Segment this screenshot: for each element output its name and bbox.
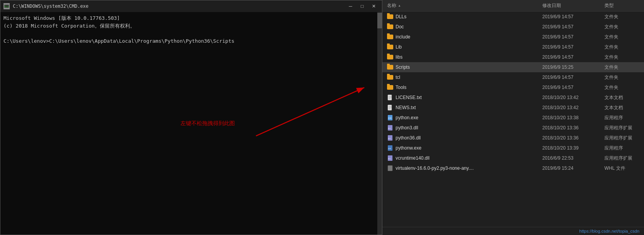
file-type: 文件夹 bbox=[604, 54, 639, 61]
cmd-titlebar: C:\ C:\WINDOWS\system32\CMD.exe ─ □ ✕ bbox=[0, 0, 382, 12]
file-date: 2018/10/20 13:36 bbox=[542, 125, 604, 131]
whl-icon bbox=[387, 165, 393, 171]
file-row[interactable]: DLLs2019/6/9 14:57文件夹 bbox=[382, 12, 644, 22]
file-type: 应用程序扩展 bbox=[604, 155, 639, 162]
file-type: 文件夹 bbox=[604, 64, 639, 71]
file-type: 文件夹 bbox=[604, 34, 639, 40]
file-date: 2019/6/9 14:57 bbox=[542, 75, 604, 80]
file-name: vcruntime140.dll bbox=[396, 155, 542, 161]
file-row[interactable]: libs2019/6/9 14:57文件夹 bbox=[382, 52, 644, 62]
folder-icon bbox=[387, 74, 393, 80]
file-type: 应用程序 bbox=[604, 145, 639, 151]
folder-icon bbox=[387, 24, 393, 30]
file-name: Lib bbox=[396, 44, 542, 50]
close-button[interactable]: ✕ bbox=[369, 2, 379, 10]
file-list[interactable]: DLLs2019/6/9 14:57文件夹Doc2019/6/9 14:57文件… bbox=[382, 12, 644, 227]
file-row[interactable]: Lib2019/6/9 14:57文件夹 bbox=[382, 42, 644, 52]
cmd-line-4: C:\Users\lenov>C:\Users\lenov\AppData\Lo… bbox=[3, 37, 379, 45]
file-type: 文件夹 bbox=[604, 84, 639, 91]
file-type: 文本文档 bbox=[604, 94, 639, 101]
file-row[interactable]: Tools2019/6/9 14:57文件夹 bbox=[382, 82, 644, 92]
svg-text:DLL: DLL bbox=[388, 158, 391, 160]
file-name: virtualenv-16.6.0-py2.py3-none-any.... bbox=[396, 165, 542, 171]
file-row[interactable]: DLLpython3.dll2018/10/20 13:36应用程序扩展 bbox=[382, 123, 644, 133]
dll-icon: DLL bbox=[387, 135, 393, 141]
file-date: 2019/6/9 14:57 bbox=[542, 85, 604, 90]
file-type: 应用程序扩展 bbox=[604, 135, 639, 141]
file-row[interactable]: Scripts2019/6/9 15:25文件夹 bbox=[382, 62, 644, 72]
file-date: 2019/6/9 14:57 bbox=[542, 34, 604, 40]
file-type: 文本文档 bbox=[604, 104, 639, 111]
file-row[interactable]: EXEpythonw.exe2018/10/20 13:39应用程序 bbox=[382, 143, 644, 153]
cmd-controls: ─ □ ✕ bbox=[345, 2, 379, 10]
file-header: 名称 ▲ 修改日期 类型 bbox=[382, 0, 644, 12]
file-date: 2019/6/9 14:57 bbox=[542, 24, 604, 30]
file-panel: 名称 ▲ 修改日期 类型 DLLs2019/6/9 14:57文件夹Doc201… bbox=[382, 0, 644, 235]
exe2-icon: EXE bbox=[387, 145, 393, 151]
cmd-app-icon: C:\ bbox=[3, 3, 10, 9]
txt-icon bbox=[387, 104, 393, 111]
file-name: python36.dll bbox=[396, 135, 542, 141]
folder-icon bbox=[387, 84, 393, 91]
file-row[interactable]: DLLvcruntime140.dll2016/6/9 22:53应用程序扩展 bbox=[382, 153, 644, 163]
col-type: 类型 bbox=[604, 2, 639, 9]
file-type: 文件夹 bbox=[604, 14, 639, 20]
cmd-body: Microsoft Windows [版本 10.0.17763.503] (c… bbox=[0, 12, 382, 235]
dll-icon: DLL bbox=[387, 155, 393, 161]
file-name: NEWS.txt bbox=[396, 105, 542, 110]
file-date: 2019/6/9 15:24 bbox=[542, 165, 604, 171]
cmd-line-2: (c) 2018 Microsoft Corporation。保留所有权利。 bbox=[3, 22, 379, 30]
minimize-button[interactable]: ─ bbox=[345, 2, 356, 10]
sort-arrow-icon: ▲ bbox=[398, 4, 401, 7]
maximize-button[interactable]: □ bbox=[357, 2, 367, 10]
svg-text:DLL: DLL bbox=[388, 127, 391, 129]
cmd-title: C:\WINDOWS\system32\CMD.exe bbox=[13, 3, 342, 9]
cmd-line-1: Microsoft Windows [版本 10.0.17763.503] bbox=[3, 14, 379, 22]
file-name: Scripts bbox=[396, 64, 542, 70]
file-date: 2019/6/9 14:57 bbox=[542, 44, 604, 50]
svg-line-3 bbox=[256, 87, 364, 136]
file-type: WHL 文件 bbox=[604, 165, 639, 172]
file-name: python3.dll bbox=[396, 125, 542, 131]
svg-text:EXE: EXE bbox=[388, 117, 392, 119]
svg-text:DLL: DLL bbox=[388, 138, 391, 139]
file-row[interactable]: include2019/6/9 14:57文件夹 bbox=[382, 32, 644, 42]
file-date: 2018/10/20 13:42 bbox=[542, 95, 604, 100]
file-date: 2018/10/20 13:38 bbox=[542, 115, 604, 120]
dll-icon: DLL bbox=[387, 125, 393, 131]
file-name: LICENSE.txt bbox=[396, 95, 542, 100]
cmd-annotation: 左键不松拖拽得到此图 bbox=[181, 120, 235, 127]
svg-text:EXE: EXE bbox=[388, 148, 391, 150]
file-date: 2018/10/20 13:42 bbox=[542, 105, 604, 110]
col-date: 修改日期 bbox=[542, 2, 604, 9]
file-type: 文件夹 bbox=[604, 74, 639, 81]
file-name: tcl bbox=[396, 75, 542, 80]
file-row[interactable]: virtualenv-16.6.0-py2.py3-none-any....20… bbox=[382, 163, 644, 173]
file-row[interactable]: tcl2019/6/9 14:57文件夹 bbox=[382, 72, 644, 82]
file-type: 文件夹 bbox=[604, 24, 639, 30]
svg-rect-22 bbox=[388, 165, 392, 171]
file-name: Tools bbox=[396, 85, 542, 90]
file-footer: https://blog.csdn.net/topia_csdn bbox=[382, 227, 644, 235]
file-row[interactable]: NEWS.txt2018/10/20 13:42文本文档 bbox=[382, 103, 644, 113]
file-row[interactable]: LICENSE.txt2018/10/20 13:42文本文档 bbox=[382, 92, 644, 103]
file-row[interactable]: Doc2019/6/9 14:57文件夹 bbox=[382, 22, 644, 32]
scrollbar-thumb[interactable] bbox=[377, 13, 382, 28]
file-name: include bbox=[396, 34, 542, 40]
cmd-window: C:\ C:\WINDOWS\system32\CMD.exe ─ □ ✕ Mi… bbox=[0, 0, 382, 235]
file-date: 2019/6/9 14:57 bbox=[542, 14, 604, 19]
folder-icon bbox=[387, 44, 393, 50]
cmd-scrollbar[interactable] bbox=[377, 12, 382, 235]
cmd-line-3 bbox=[3, 30, 379, 37]
file-row[interactable]: EXEpython.exe2018/10/20 13:38应用程序 bbox=[382, 113, 644, 123]
file-row[interactable]: DLLpython36.dll2018/10/20 13:36应用程序扩展 bbox=[382, 133, 644, 143]
folder-icon bbox=[387, 54, 393, 60]
file-date: 2019/6/9 14:57 bbox=[542, 54, 604, 60]
folder-icon bbox=[387, 64, 393, 70]
file-date: 2019/6/9 15:25 bbox=[542, 64, 604, 70]
txt-icon bbox=[387, 94, 393, 101]
file-name: Doc bbox=[396, 24, 542, 30]
col-name: 名称 ▲ bbox=[387, 2, 542, 9]
folder-icon bbox=[387, 14, 393, 20]
file-date: 2018/10/20 13:36 bbox=[542, 135, 604, 141]
